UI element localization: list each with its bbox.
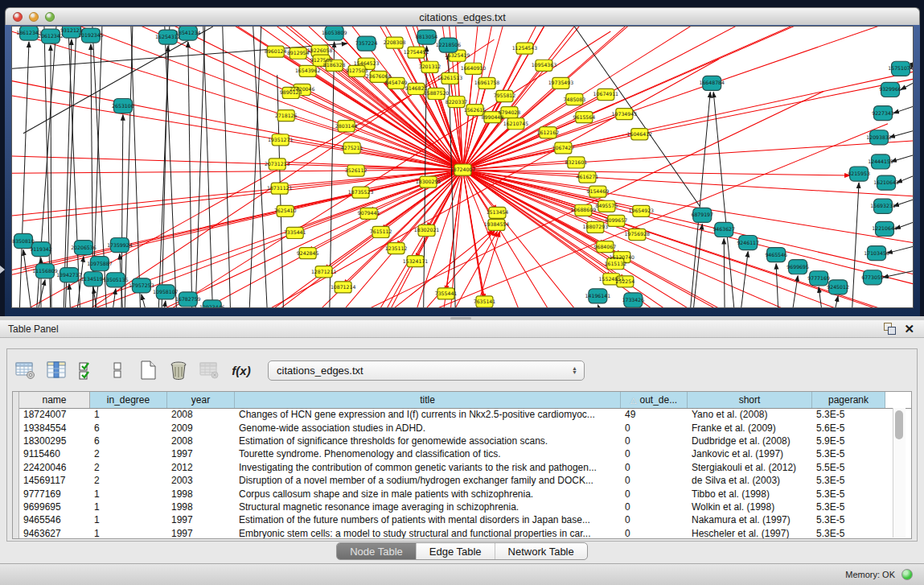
cell: 2 <box>90 447 167 460</box>
cell: 1 <box>90 408 167 421</box>
svg-text:16782759: 16782759 <box>175 296 201 302</box>
svg-text:16648784: 16648784 <box>699 80 725 85</box>
svg-text:19735493: 19735493 <box>548 80 574 85</box>
svg-text:1615132: 1615132 <box>605 261 627 266</box>
cell: Tibbo et al. (1998) <box>688 487 812 500</box>
svg-text:19756928: 19756928 <box>625 231 651 237</box>
table-row[interactable]: 969969511998Structural magnetic resonanc… <box>19 501 911 513</box>
close-panel-icon[interactable]: ✕ <box>904 323 914 335</box>
cell: 2008 <box>167 435 235 447</box>
show-column-button[interactable] <box>44 358 68 382</box>
window-titlebar[interactable]: citations_edges.txt <box>5 7 920 26</box>
table-tab-bar: Node TableEdge TableNetwork Table <box>0 542 924 560</box>
citation-network-graph[interactable]: 8960124891295418226058912750816543962818… <box>12 27 913 307</box>
svg-text:12923446: 12923446 <box>199 304 225 307</box>
cell: Estimation of significance thresholds fo… <box>235 435 621 447</box>
svg-text:15887520: 15887520 <box>424 90 450 96</box>
table-row[interactable]: 911546021997Tourette syndrome. Phenomeno… <box>19 447 911 460</box>
cell: Tourette syndrome. Phenomenology and cla… <box>235 447 621 460</box>
column-header-in_degree[interactable]: in_degree <box>90 392 167 408</box>
window-title: citations_edges.txt <box>6 11 919 23</box>
svg-text:9777169: 9777169 <box>807 275 830 281</box>
column-header-name[interactable]: name <box>19 392 90 408</box>
svg-text:19734943: 19734943 <box>612 111 638 117</box>
svg-text:12210644: 12210644 <box>872 225 897 231</box>
cell: Corpus callosum shape and size in male p… <box>235 487 621 500</box>
table-settings-button[interactable] <box>14 358 38 382</box>
tab-edge-table[interactable]: Edge Table <box>417 543 495 559</box>
svg-text:12444155: 12444155 <box>868 159 893 164</box>
svg-text:9079441: 9079441 <box>358 210 380 216</box>
table-row[interactable]: 2242004622012Investigating the contribut… <box>19 461 911 474</box>
svg-text:16210745: 16210745 <box>503 121 529 126</box>
select-stepper-icon: ▲▼ <box>572 366 577 374</box>
panel-collapse-arrow-icon[interactable] <box>0 266 5 274</box>
svg-text:9227343: 9227343 <box>872 110 894 116</box>
svg-text:9699695: 9699695 <box>786 264 809 270</box>
svg-text:18724007: 18724007 <box>450 167 476 172</box>
checklist-button[interactable] <box>75 358 99 382</box>
svg-text:4275211: 4275211 <box>341 145 363 150</box>
float-panel-icon[interactable] <box>884 323 896 335</box>
vertical-scrollbar[interactable] <box>893 408 906 538</box>
svg-text:18541234: 18541234 <box>175 30 201 35</box>
cell: 9115460 <box>19 447 90 460</box>
column-header-out_de[interactable]: △out_de... <box>621 392 688 408</box>
svg-text:18226058: 18226058 <box>307 47 333 53</box>
svg-text:9127503: 9127503 <box>346 68 368 73</box>
cell: 19384554 <box>19 421 90 434</box>
table-row[interactable]: 946554611997Estimation of the future num… <box>19 513 911 526</box>
network-table-select[interactable]: citations_edges.txt▲▼ <box>268 360 585 381</box>
table-row[interactable]: 1830029562008Estimation of significance … <box>19 435 911 447</box>
table-row[interactable]: 1872400712008Changes of HCN gene express… <box>19 408 911 421</box>
tab-network-table[interactable]: Network Table <box>495 543 587 559</box>
svg-text:8099657: 8099657 <box>606 217 628 223</box>
cell: 1998 <box>167 501 235 513</box>
table-row[interactable]: 977716911998Corpus callosum shape and si… <box>19 487 911 500</box>
column-header-pagerank[interactable]: pagerank <box>812 392 885 408</box>
table-row[interactable]: 1456911722003Disruption of a novel membe… <box>19 474 911 487</box>
network-canvas[interactable]: 8960124891295418226058912750816543962818… <box>11 26 914 308</box>
trash-button[interactable] <box>166 358 191 382</box>
cell: 5.6E-5 <box>812 421 885 434</box>
table-settings-icon <box>15 360 36 380</box>
svg-text:20731213: 20731213 <box>265 161 290 167</box>
table-row[interactable]: 1938455462009Genome-wide association stu… <box>19 421 911 434</box>
table-row[interactable]: 946362711997Embryonic stem cells: a mode… <box>19 527 911 539</box>
function-builder-button[interactable]: f(x) <box>229 358 253 382</box>
delete-table-button[interactable] <box>197 358 221 382</box>
cell: 0 <box>621 435 688 447</box>
svg-text:1562615: 1562615 <box>464 107 487 113</box>
cell: Franke et al. (2009) <box>688 421 812 434</box>
cell: Dudbridge et al. (2008) <box>688 435 812 447</box>
svg-text:16961758: 16961758 <box>474 80 500 85</box>
svg-text:12093832: 12093832 <box>866 134 892 140</box>
cell: 0 <box>621 461 688 474</box>
cell: 9777169 <box>19 487 90 500</box>
rows-button[interactable] <box>105 358 129 382</box>
divider-grip[interactable] <box>450 317 471 319</box>
svg-text:16210643: 16210643 <box>873 179 899 185</box>
cell: Yano et al. (2008) <box>688 408 812 421</box>
column-header-year[interactable]: year <box>167 392 235 408</box>
cell: 0 <box>621 513 688 526</box>
column-header-short[interactable]: short <box>688 392 812 408</box>
column-header-title[interactable]: title <box>235 392 621 408</box>
svg-text:9154469: 9154469 <box>587 188 610 194</box>
svg-text:19351271: 19351271 <box>268 137 294 142</box>
scrollbar-thumb[interactable] <box>895 410 903 439</box>
tab-node-table[interactable]: Node Table <box>337 543 417 559</box>
svg-text:19654923: 19654923 <box>629 208 655 213</box>
cell: 2 <box>90 474 167 487</box>
cell: 5.3E-5 <box>812 513 885 526</box>
cell: 1998 <box>167 487 235 500</box>
svg-text:8220337: 8220337 <box>446 99 468 105</box>
network-window-frame: 8960124891295418226058912750816543962818… <box>5 25 920 316</box>
new-document-button[interactable] <box>136 358 160 382</box>
cell: 1 <box>90 513 167 526</box>
svg-text:12871211: 12871211 <box>311 269 337 274</box>
svg-text:15324171: 15324171 <box>403 258 429 264</box>
cell: 5.3E-5 <box>812 501 885 513</box>
cell: 6 <box>90 421 167 434</box>
memory-status-indicator-icon[interactable] <box>901 569 913 580</box>
